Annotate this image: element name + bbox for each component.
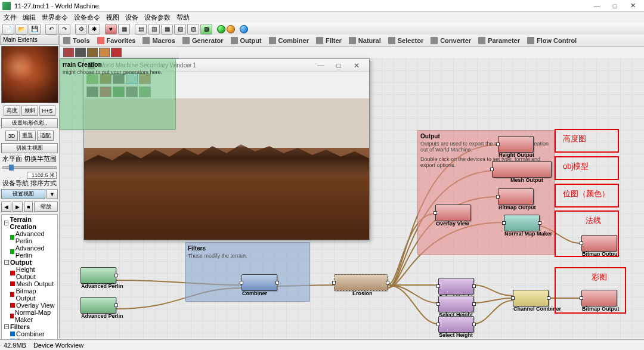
sec-maximize-button[interactable]: □ [330,61,348,70]
node-advanced-perlin-2[interactable]: Advanced Perlin [80,297,116,314]
status-bar: 42.9MB Device Workview [0,339,644,350]
annotation-height: 高度图 [555,129,619,153]
node-height-output[interactable]: Height Output [498,136,534,153]
plane-slider[interactable] [2,166,57,169]
cat-selector[interactable]: Selector [388,37,423,44]
layout5-icon[interactable]: ▨ [187,24,199,35]
layout6-icon[interactable]: ▩ [200,24,212,35]
layout1-icon[interactable]: ▤ [135,24,147,35]
settings-view-tab[interactable]: 设置视图 [1,189,45,199]
minimize-button[interactable]: — [588,1,606,11]
plane-label: 水平面 [2,154,22,163]
terrain-preview[interactable] [1,46,58,103]
annotation-color: 彩图 [555,267,626,314]
layout3-icon[interactable]: ▦ [161,24,173,35]
cat-combiner[interactable]: Combiner [269,37,309,44]
node-select-height-1[interactable]: Select Height [438,278,474,295]
node-normal-map[interactable]: Normal Map Maker [504,215,540,231]
tree-adv-perlin1[interactable]: Advanced Perlin [16,230,55,244]
node-combiner[interactable]: Combiner [242,274,277,291]
nav-play-button[interactable]: ▶ [13,202,23,212]
device-tree[interactable]: −Terrain Creation Advanced Perlin Advanc… [1,214,58,350]
menu-world[interactable]: 世界命令 [42,13,68,22]
tool-icon[interactable]: ⚙ [75,24,87,35]
generator-icon [182,37,190,44]
subtool4-icon[interactable] [99,48,110,57]
layout2-icon[interactable]: ▥ [148,24,160,35]
cat-natural[interactable]: Natural [349,37,381,44]
grid-icon[interactable]: ▦ [118,24,130,35]
save-icon[interactable]: 💾 [29,24,41,35]
subtool2-icon[interactable] [75,48,86,57]
gear-icon[interactable]: ✱ [88,24,100,35]
menu-edit[interactable]: 编辑 [23,13,36,22]
tree-normal[interactable]: Normal-Map Maker [15,309,55,323]
node-channel-combiner[interactable]: Channel Combiner [513,290,549,306]
zoom-tab[interactable]: 缩放 [34,202,58,212]
3d-button[interactable]: 3D [5,131,18,141]
close-button[interactable]: ✕ [624,1,642,11]
node-advanced-perlin-1[interactable]: Advanced Perlin [80,267,116,284]
tree-output[interactable]: Output [10,259,32,266]
heart-icon[interactable]: ♥ [105,24,117,35]
cat-converter[interactable]: Converter [431,37,471,44]
subtool3-icon[interactable] [87,48,98,57]
menu-file[interactable]: 文件 [4,13,17,22]
fit-button[interactable]: 适配 [37,131,54,141]
color-settings-button[interactable]: 设置地形色彩.. [1,118,58,128]
subtool5-icon[interactable] [111,48,122,57]
value-input[interactable] [27,172,57,179]
tree-height-out[interactable]: Height Output [16,266,55,280]
menu-devices[interactable]: 设备 [125,13,138,22]
cat-macros[interactable]: Macros [143,37,175,44]
subtool1-icon[interactable] [63,48,74,57]
group-desc-terrain: might choose to put your generators here… [63,69,173,75]
node-overlay-view[interactable]: Overlay View [435,205,471,221]
cat-parameter[interactable]: Parameter [478,37,520,44]
sec-minimize-button[interactable]: — [312,61,330,70]
tree-overlay[interactable]: Overlay View [16,302,55,309]
build-green-icon[interactable] [217,25,225,33]
node-select-height-3[interactable]: Select Height [438,316,474,333]
open-icon[interactable]: 📂 [16,24,27,35]
build-orange-icon[interactable] [227,25,235,33]
cat-flow[interactable]: Flow Control [527,37,577,44]
menu-help[interactable]: 帮助 [177,13,190,22]
cat-filter[interactable]: Filter [316,37,342,44]
tree-adv-perlin2[interactable]: Advanced Perlin [16,244,55,259]
nav-prev-button[interactable]: ▼ [47,189,58,199]
cat-favorites[interactable]: Favorites [97,37,136,44]
reset-button[interactable]: 重置 [19,131,36,141]
slope-mode-button[interactable]: 倾斜 [21,106,38,116]
group-terrain-creation[interactable]: rrain Creation might choose to put your … [60,58,176,130]
node-mesh-output[interactable]: Mesh Output [492,161,552,178]
node-erosion[interactable]: Erosion [334,274,388,291]
tree-terrain-creation[interactable]: Terrain Creation [10,216,55,230]
tree-bitmap-out[interactable]: Bitmap Output [16,287,55,302]
layout4-icon[interactable]: ▧ [174,24,186,35]
tree-mesh-out[interactable]: Mesh Output [16,280,54,287]
height-mode-button[interactable]: 高度 [4,106,20,116]
build-blue-icon[interactable] [240,25,248,33]
node-select-height-2[interactable]: Select Height [438,296,474,312]
menu-view[interactable]: 视图 [106,13,119,22]
cat-tools[interactable]: Tools [63,37,90,44]
menu-device[interactable]: 设备命令 [74,13,100,22]
new-icon[interactable]: 📄 [2,24,14,35]
node-workspace[interactable]: World Machine Secondary Window 1 — □ ✕ r… [60,58,644,338]
sec-close-button[interactable]: ✕ [348,61,366,70]
cat-generator[interactable]: Generator [182,37,224,44]
cat-output[interactable]: Output [231,37,262,44]
tree-combiner[interactable]: Combiner [16,330,45,337]
tree-filters[interactable]: Filters [10,323,30,330]
nav-first-button[interactable]: ◀ [1,202,11,212]
node-bitmap-output-1[interactable]: Bitmap Output [498,188,534,205]
maximize-button[interactable]: □ [606,1,624,11]
hs-mode-button[interactable]: H+S [39,106,56,116]
titlebar: 11-27.tmd:1 - World Machine — □ ✕ [0,0,644,12]
menu-params[interactable]: 设备参数 [144,13,171,22]
redo-icon[interactable]: ↷ [58,24,70,35]
undo-icon[interactable]: ↶ [45,24,57,35]
switch-view-button[interactable]: 切换主视图 [1,143,58,153]
nav-stop-button[interactable]: ■ [24,202,33,212]
